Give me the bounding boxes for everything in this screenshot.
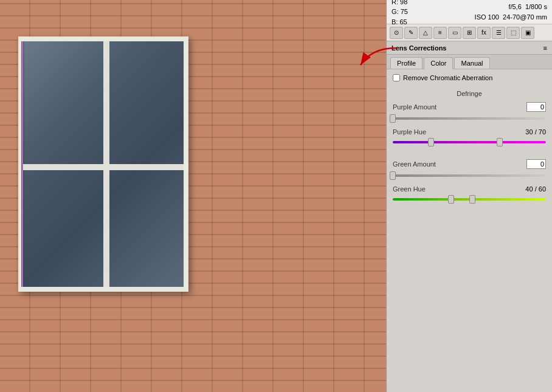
photo-area [0, 0, 386, 392]
window-inner [23, 41, 184, 287]
r-label: R: [392, 0, 398, 5]
purple-amount-slider[interactable] [393, 114, 546, 123]
brick-background [0, 0, 386, 392]
toolbar-btn-menu[interactable]: ☰ [492, 27, 505, 39]
green-hue-thumb-right[interactable] [469, 195, 475, 204]
lens: 24-70@70 mm [503, 13, 547, 21]
toolbar-btn-fx[interactable]: fx [477, 27, 491, 39]
green-amount-row: Green Amount [393, 159, 546, 181]
purple-hue-track [393, 141, 546, 143]
iso: ISO 100 [475, 13, 499, 21]
purple-hue-thumb-left[interactable] [428, 138, 434, 146]
purple-hue-label: Purple Hue [393, 128, 426, 136]
remove-ca-checkbox[interactable] [393, 74, 400, 81]
purple-hue-row: Purple Hue 30 / 70 [393, 128, 546, 147]
rgb-info: R: 98 G: 75 B: 65 [392, 0, 408, 27]
green-hue-label: Green Hue [393, 185, 426, 193]
green-amount-label-row: Green Amount [393, 159, 546, 169]
toolbar-btn-triangle[interactable]: △ [419, 27, 432, 39]
panel-header: Lens Corrections ≡ [387, 41, 552, 55]
purple-amount-row: Purple Amount [393, 102, 546, 123]
color-content: Remove Chromatic Aberration Defringe Pur… [387, 69, 552, 392]
toolbar-btn-list[interactable]: ≡ [433, 27, 447, 39]
info-bar: R: 98 G: 75 B: 65 f/5,6 1/800 s ISO 100 … [387, 0, 552, 24]
green-amount-label: Green Amount [393, 160, 436, 168]
camera-info: f/5,6 1/800 s ISO 100 24-70@70 mm [475, 2, 547, 22]
panel-menu-icon[interactable]: ≡ [543, 44, 547, 52]
tab-manual[interactable]: Manual [454, 57, 489, 69]
tab-color[interactable]: Color [424, 57, 453, 69]
green-hue-slider[interactable] [393, 194, 546, 204]
green-hue-row: Green Hue 40 / 60 [393, 185, 546, 204]
purple-amount-input[interactable] [526, 102, 546, 112]
toolbar-btn-check[interactable]: ▣ [521, 27, 534, 39]
purple-amount-thumb[interactable] [390, 114, 396, 123]
purple-amount-label-row: Purple Amount [393, 102, 546, 112]
aperture: f/5,6 [508, 3, 521, 10]
toolbar: ⊙ ✎ △ ≡ ▭ ⊞ fx ☰ ⬚ ▣ [387, 24, 552, 41]
toolbar-btn-grid[interactable]: ⊞ [463, 27, 476, 39]
green-amount-thumb[interactable] [390, 171, 396, 180]
panel-title: Lens Corrections [392, 44, 446, 52]
shutter: 1/800 s [525, 3, 547, 10]
green-amount-slider[interactable] [393, 171, 546, 181]
purple-hue-thumb-right[interactable] [497, 138, 503, 146]
toolbar-btn-square[interactable]: ⬚ [506, 27, 520, 39]
purple-hue-label-row: Purple Hue 30 / 70 [393, 128, 546, 136]
tab-profile[interactable]: Profile [390, 57, 423, 69]
green-amount-input[interactable] [526, 159, 546, 169]
right-panel: R: 98 G: 75 B: 65 f/5,6 1/800 s ISO 100 … [386, 0, 552, 392]
purple-hue-slider[interactable] [393, 137, 546, 147]
g-value: 75 [401, 8, 408, 15]
green-hue-value: 40 / 60 [525, 185, 546, 193]
green-hue-label-row: Green Hue 40 / 60 [393, 185, 546, 193]
toolbar-btn-edit[interactable]: ✎ [404, 27, 418, 39]
defringe-title: Defringe [393, 90, 546, 97]
r-value: 98 [400, 0, 407, 5]
purple-hue-value: 30 / 70 [525, 128, 546, 136]
green-hue-track [393, 198, 546, 201]
purple-amount-track [393, 117, 546, 120]
toolbar-btn-rect[interactable]: ▭ [448, 27, 461, 39]
window-frame [18, 36, 188, 292]
window-divider-v [103, 41, 109, 287]
green-amount-track [393, 174, 546, 177]
g-label: G: [392, 8, 399, 15]
remove-ca-label[interactable]: Remove Chromatic Aberration [403, 74, 492, 81]
toolbar-btn-circular[interactable]: ⊙ [390, 27, 403, 39]
remove-ca-row: Remove Chromatic Aberration [393, 74, 546, 81]
green-hue-thumb-left[interactable] [448, 195, 454, 204]
tabs-container: Profile Color Manual [387, 55, 552, 69]
purple-amount-label: Purple Amount [393, 103, 436, 111]
